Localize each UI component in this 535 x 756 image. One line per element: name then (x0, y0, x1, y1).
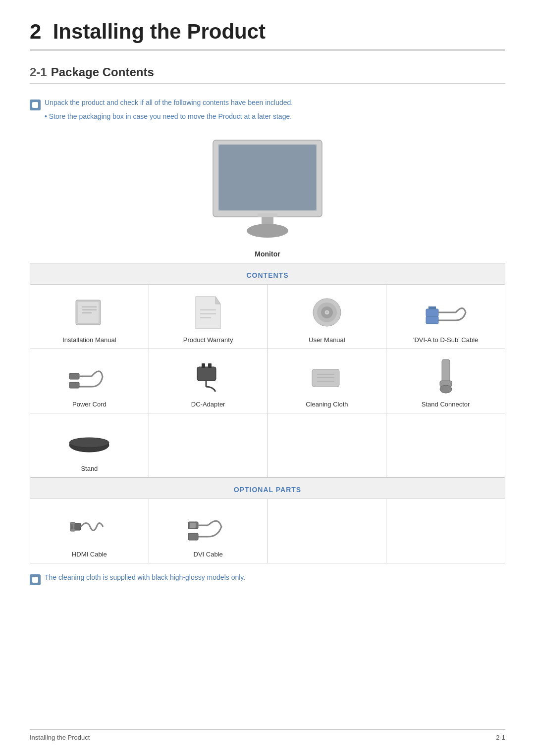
svg-rect-3 (219, 145, 316, 210)
contents-header: CONTENTS (30, 263, 505, 285)
svg-rect-23 (428, 306, 436, 309)
item-stand: Stand (30, 413, 149, 478)
product-warranty-label: Product Warranty (183, 336, 233, 344)
bottom-note-icon (30, 574, 41, 585)
dvi-cable-img (424, 293, 468, 332)
svg-rect-22 (426, 309, 438, 316)
power-cord-label: Power Cord (72, 401, 107, 408)
svg-marker-13 (215, 297, 220, 304)
optional-parts-header: OPTIONAL PARTS (30, 478, 505, 499)
dc-adapter-label: DC-Adapter (191, 401, 225, 408)
dc-adapter-img (188, 357, 228, 397)
item-user-manual: User Manual (268, 285, 386, 349)
monitor-image (198, 135, 337, 244)
hdmi-cable-img (69, 507, 109, 547)
svg-rect-52 (188, 533, 198, 540)
empty-cell-2 (268, 413, 386, 478)
svg-rect-4 (258, 213, 277, 217)
dvi-cable-optional-img (186, 507, 230, 547)
svg-point-43 (69, 438, 109, 448)
item-dc-adapter: DC-Adapter (149, 349, 268, 413)
item-power-cord: Power Cord (30, 349, 149, 413)
footer-right: 2-1 (496, 734, 505, 741)
user-manual-img (310, 293, 344, 332)
bottom-note: The cleaning cloth is supplied with blac… (30, 573, 505, 585)
svg-point-21 (326, 311, 328, 313)
contents-table: CONTENTS Instal (30, 263, 505, 563)
table-row: HDMI Cable (30, 499, 505, 563)
chapter-title-text: Installing the Product (53, 20, 266, 43)
svg-rect-33 (208, 363, 212, 368)
bottom-note-text: The cleaning cloth is supplied with blac… (45, 573, 245, 581)
item-installation-manual: Installation Manual (30, 285, 149, 349)
table-row: Stand (30, 413, 505, 478)
item-dvi-cable: 'DVI-A to D-Sub' Cable (386, 285, 505, 349)
svg-rect-53 (190, 523, 196, 528)
table-row: Power Cord (30, 349, 505, 413)
note-icon-1 (30, 100, 41, 110)
note-1-text: Unpack the product and check if all of t… (45, 99, 293, 106)
item-stand-connector: Stand Connector (386, 349, 505, 413)
optional-empty-1 (268, 499, 386, 563)
svg-rect-30 (69, 382, 79, 388)
section-title-text: Package Contents (51, 65, 154, 79)
installation-manual-img (72, 293, 107, 332)
page-header: 2 Installing the Product 2-1Package Cont… (30, 20, 505, 84)
svg-rect-32 (202, 363, 205, 368)
table-row: Installation Manual (30, 285, 505, 349)
svg-rect-54 (32, 577, 38, 583)
optional-empty-2 (386, 499, 505, 563)
footer: Installing the Product 2-1 (30, 729, 505, 741)
svg-rect-8 (78, 302, 99, 323)
hdmi-cable-label: HDMI Cable (72, 551, 107, 558)
svg-rect-31 (197, 367, 216, 381)
note-2-text: • Store the packaging box in case you ne… (45, 112, 505, 120)
svg-rect-27 (69, 373, 79, 379)
cleaning-cloth-label: Cleaning Cloth (306, 401, 348, 408)
dvi-cable-optional-label: DVI Cable (194, 551, 223, 558)
svg-rect-0 (32, 102, 38, 108)
svg-point-41 (440, 385, 452, 393)
monitor-section: Monitor (30, 135, 505, 258)
chapter-number: 2 (30, 20, 41, 43)
user-manual-label: User Manual (309, 336, 345, 344)
item-product-warranty: Product Warranty (149, 285, 268, 349)
empty-cell-1 (149, 413, 268, 478)
stand-label: Stand (81, 465, 98, 472)
stand-connector-label: Stand Connector (422, 401, 470, 408)
section-title: 2-1Package Contents (30, 65, 505, 84)
note-1-block: Unpack the product and check if all of t… (30, 99, 505, 110)
stand-img (67, 421, 111, 461)
empty-cell-3 (386, 413, 505, 478)
svg-rect-26 (426, 316, 438, 324)
stand-connector-img (431, 357, 461, 397)
section-number: 2-1 (30, 65, 47, 79)
optional-parts-header-row: OPTIONAL PARTS (30, 478, 505, 499)
svg-point-6 (247, 224, 288, 238)
monitor-label: Monitor (30, 250, 505, 258)
power-cord-img (67, 357, 111, 397)
item-dvi-cable-optional: DVI Cable (149, 499, 268, 563)
footer-left: Installing the Product (30, 734, 90, 741)
cleaning-cloth-img (307, 357, 347, 397)
installation-manual-label: Installation Manual (62, 336, 116, 344)
item-cleaning-cloth: Cleaning Cloth (268, 349, 386, 413)
dvi-cable-label: 'DVI-A to D-Sub' Cable (413, 336, 478, 344)
item-hdmi-cable: HDMI Cable (30, 499, 149, 563)
notes-section: Unpack the product and check if all of t… (30, 99, 505, 120)
product-warranty-img (193, 293, 223, 332)
chapter-title: 2 Installing the Product (30, 20, 505, 50)
